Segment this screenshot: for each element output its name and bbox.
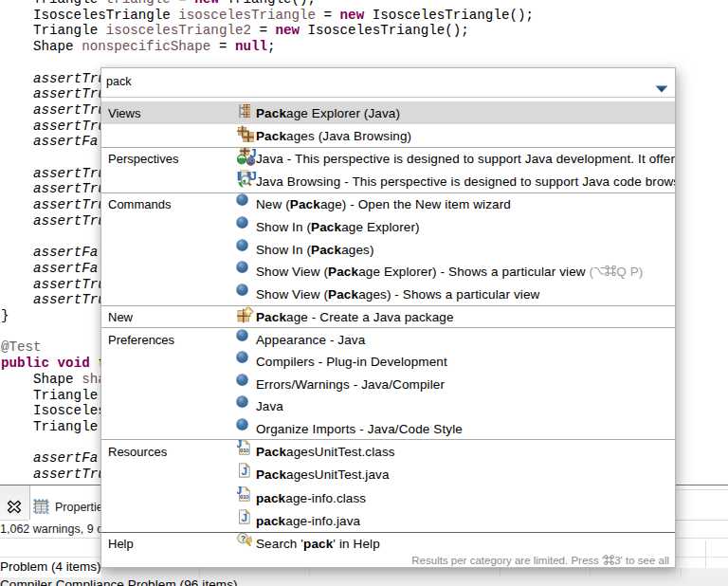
svg-text:?: ? <box>241 534 246 543</box>
svg-text:J: J <box>242 466 247 477</box>
svg-text:J: J <box>242 511 247 522</box>
